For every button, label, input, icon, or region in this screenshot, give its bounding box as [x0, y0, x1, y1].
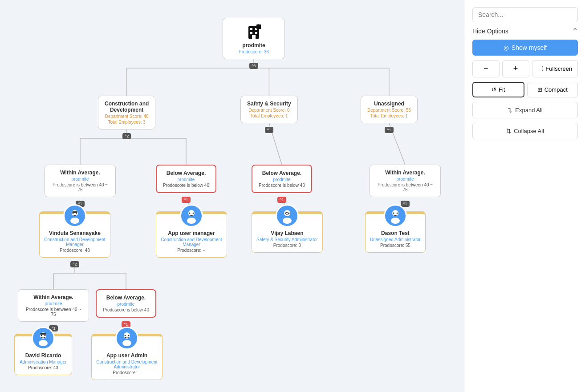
zoom-plus-button[interactable]: + [502, 60, 529, 77]
range-below1-title: Below Average. [163, 170, 209, 176]
range-within1-card[interactable]: Within Average. prodmite Prodoscore is b… [45, 165, 116, 197]
range-below1-badge: ^1 [182, 197, 190, 203]
range-below3-org: prodmite [103, 302, 149, 307]
vijay-score: Prodoscore: 0 [256, 243, 318, 248]
target-icon: ◎ [504, 44, 509, 51]
root-card[interactable]: prodmite Prodoscore: 36 [223, 18, 285, 59]
range-within1-title: Within Average. [51, 170, 109, 176]
svg-rect-51 [40, 333, 46, 335]
vijay-role: Safety & Security Administrator [256, 237, 318, 242]
compact-icon: ⊞ [537, 86, 542, 93]
dept-unassigned-card[interactable]: Unassigned Department Score: 55 Total Em… [361, 96, 418, 123]
chevron-up-icon: ⌃ [572, 27, 578, 35]
dept-construction-title: Construction andDevelopment [105, 101, 149, 113]
building-icon [245, 23, 263, 40]
svg-point-45 [393, 213, 394, 214]
david-role: Administration Manager [19, 360, 67, 364]
svg-rect-22 [250, 28, 252, 30]
range-within3-desc: Prodoscore is between 40 ~ 75 [24, 307, 82, 317]
dept-unassigned-emp: Total Employees: 1 [367, 113, 411, 118]
expand-all-button[interactable]: ⇅ Expand All [472, 102, 578, 118]
vindula-card[interactable]: Vindula Senanayake Construction and Deve… [39, 211, 110, 258]
compact-label: Compact [544, 86, 568, 93]
range-below2-card[interactable]: Below Average. prodmite Prodoscore is be… [252, 165, 312, 193]
root-name: prodmite [229, 42, 278, 48]
svg-point-54 [125, 335, 126, 336]
svg-point-49 [41, 335, 42, 336]
appadmin-role: Construction and Development Administrat… [96, 360, 158, 369]
range-within1: Within Average. prodmite Prodoscore is b… [45, 165, 116, 207]
hide-options-row[interactable]: Hide Options ⌃ [472, 27, 578, 35]
range-within1-org: prodmite [51, 177, 109, 182]
svg-point-30 [70, 218, 79, 224]
svg-point-53 [122, 340, 131, 346]
range-within3-card[interactable]: Within Average. prodmite Prodoscore is b… [18, 289, 89, 322]
range-within2-org: prodmite [376, 177, 434, 182]
vijay-avatar [276, 204, 299, 227]
zoom-minus-button[interactable]: − [472, 60, 500, 77]
dason-name: Dason Test [370, 230, 421, 236]
dason-role: Unassigned Administrator [370, 237, 421, 242]
zoom-row: − + ⛶ Fullscreen [472, 60, 578, 77]
range-within3: Within Average. prodmite Prodoscore is b… [18, 289, 89, 331]
range-within2-title: Within Average. [376, 170, 434, 176]
range-below2-org: prodmite [259, 177, 305, 182]
appadmin-card[interactable]: App user Admin Construction and Developm… [91, 334, 162, 380]
svg-point-55 [128, 335, 130, 336]
range-below1: Below Average. prodmite Prodoscore is be… [156, 165, 216, 203]
svg-point-35 [187, 218, 196, 224]
collapse-icon: ⇅ [506, 128, 511, 134]
range-below1-desc: Prodoscore is below 40 [163, 183, 209, 188]
dept-construction-card[interactable]: Construction andDevelopment Department S… [98, 96, 155, 129]
expand-all-label: Expand All [515, 107, 542, 113]
range-within1-desc: Prodoscore is between 40 ~ 75 [51, 182, 109, 192]
range-within2-card[interactable]: Within Average. prodmite Prodoscore is b… [370, 165, 441, 197]
dason-card[interactable]: Dason Test Unassigned Administrator Prod… [365, 211, 426, 253]
compact-button[interactable]: ⊞ Compact [527, 82, 578, 97]
svg-point-48 [39, 340, 48, 346]
range-below2-title: Below Average. [259, 170, 305, 176]
search-input[interactable] [472, 7, 578, 22]
root-node: prodmite Prodoscore: 36 ^3 [223, 18, 285, 69]
range-below3-card[interactable]: Below Average. prodmite Prodoscore is be… [96, 289, 156, 318]
dept-safety-badge: ^1 [265, 127, 273, 133]
appmanager-card[interactable]: App user manager Construction and Develo… [156, 211, 227, 258]
fit-label: Fit [499, 86, 505, 93]
person-appmanager[interactable]: App user manager Construction and Develo… [156, 211, 227, 258]
range-below2-badge: ^1 [277, 197, 286, 203]
svg-point-44 [391, 218, 400, 224]
range-within3-title: Within Average. [24, 294, 82, 300]
collapse-all-button[interactable]: ⇅ Collapse All [472, 123, 578, 139]
svg-point-37 [193, 213, 194, 214]
vindula-role: Construction and Development Manager [44, 237, 106, 247]
plus-icon: + [513, 64, 518, 73]
fullscreen-button[interactable]: ⛶ Fullscreen [532, 60, 578, 77]
vindula-name: Vindula Senanayake [44, 230, 106, 236]
dept-unassigned-badge: ^1 [385, 127, 393, 133]
person-appadmin[interactable]: App user Admin Construction and Developm… [91, 334, 162, 380]
root-score: Prodoscore: 36 [229, 49, 278, 54]
david-card[interactable]: David Ricardo Administration Manager Pro… [14, 334, 72, 375]
show-myself-label: Show myself [512, 44, 547, 51]
expand-icon: ⇅ [508, 107, 512, 113]
svg-point-50 [45, 335, 46, 336]
fit-compact-row: ↺ Fit ⊞ Compact [472, 82, 578, 97]
fit-button[interactable]: ↺ Fit [472, 82, 524, 97]
range-below1-org: prodmite [163, 177, 209, 182]
dept-safety-title: Safety & Security [247, 101, 291, 107]
appadmin-name: App user Admin [96, 352, 158, 359]
dason-score: Prodoscore: 55 [370, 243, 421, 248]
show-myself-button[interactable]: ◎ Show myself [472, 40, 578, 56]
person-vindula[interactable]: Vindula Senanayake Construction and Deve… [39, 211, 110, 267]
person-david[interactable]: David Ricardo Administration Manager Pro… [14, 334, 72, 375]
dason-avatar [384, 204, 407, 227]
range-within2-desc: Prodoscore is between 40 ~ 75 [376, 182, 434, 192]
person-dason[interactable]: Dason Test Unassigned Administrator Prod… [365, 211, 426, 253]
dept-safety-card[interactable]: Safety & Security Department Score: 0 To… [240, 96, 298, 123]
range-below1-card[interactable]: Below Average. prodmite Prodoscore is be… [156, 165, 216, 193]
range-within3-org: prodmite [24, 301, 82, 306]
vijay-card[interactable]: Vijay Labaen Safety & Security Administr… [252, 211, 323, 253]
person-vijay[interactable]: Vijay Labaen Safety & Security Administr… [252, 211, 323, 253]
svg-rect-26 [252, 35, 256, 39]
range-below2: Below Average. prodmite Prodoscore is be… [252, 165, 312, 203]
